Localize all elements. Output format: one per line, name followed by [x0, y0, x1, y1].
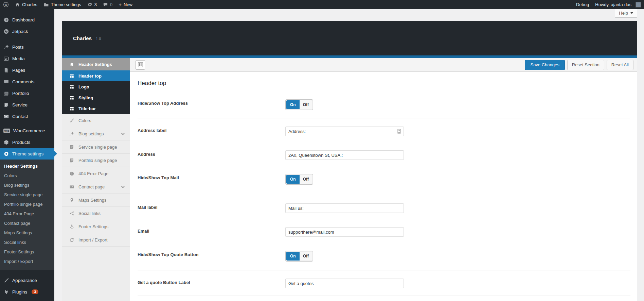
field-row-mail-label: Mail label	[130, 195, 637, 219]
nav-item-maps-settings[interactable]: Maps Settings	[62, 194, 130, 207]
field-row-hide-show-top-quote-button: Hide/Show Top Quote Button On Off	[130, 243, 637, 270]
plus-icon: +	[119, 0, 122, 9]
nav-item-styling[interactable]: Styling	[62, 92, 130, 103]
portfolio-icon	[3, 90, 9, 96]
gauge-icon	[3, 17, 9, 23]
plug-icon	[3, 289, 9, 295]
field-label: Hide/Show Top Mail	[138, 175, 179, 180]
autofill-contact-icon[interactable]	[396, 128, 402, 134]
jetpack-icon	[3, 29, 9, 34]
account-menu[interactable]: Howdy, ajanta-das	[592, 0, 644, 9]
nav-item-blog-settings[interactable]: Blog settings	[62, 127, 130, 140]
update-icon	[87, 2, 92, 7]
options-toolbar: Save Changes Reset Section Reset All	[130, 58, 637, 72]
sidebar-item-jetpack[interactable]: Jetpack	[0, 26, 54, 37]
switch-on-button[interactable]: On	[286, 100, 300, 109]
howdy-text: Howdy, ajanta-das	[595, 2, 631, 7]
field-row-address-label: Address label	[130, 118, 637, 142]
field-label: Get a quote Button Label	[138, 280, 190, 285]
field-row-get-a-quote-button-label: Get a quote Button Label	[130, 270, 637, 296]
submenu-404-error-page[interactable]: 404 Error Page	[0, 209, 54, 219]
submenu-portfilio-single-page[interactable]: Portfilio single page	[0, 200, 54, 209]
reset-all-button[interactable]: Reset All	[607, 60, 633, 70]
admin-bar-theme-settings[interactable]: Theme settings	[40, 0, 84, 9]
sidebar-item-appearance[interactable]: Appearance	[0, 274, 54, 286]
submenu-footer-settings[interactable]: Footer Settings	[0, 247, 54, 257]
sidebar-item-woocommerce[interactable]: wooWooCommerce	[0, 125, 54, 136]
email-input[interactable]	[285, 227, 404, 237]
field-label: Hide/Show Top Address	[138, 101, 188, 106]
switch-off-button[interactable]: Off	[300, 100, 312, 109]
submenu-colors[interactable]: Colors	[0, 171, 54, 181]
sidebar-item-products[interactable]: Products	[0, 136, 54, 148]
sidebar-item-comments[interactable]: Comments	[0, 76, 54, 87]
comment-icon	[3, 79, 9, 85]
submenu-service-single-page[interactable]: Service single page	[0, 190, 54, 200]
theme-version: 1.0	[96, 37, 101, 41]
banner-underline	[62, 55, 637, 58]
sidebar-item-pages[interactable]: Pages	[0, 64, 54, 76]
nav-item-header-settings[interactable]: Header Settings	[62, 58, 130, 70]
help-tab[interactable]: Help	[615, 9, 637, 18]
address-input[interactable]	[285, 150, 404, 160]
new-content-menu[interactable]: + New	[115, 0, 136, 9]
nav-item-portfilio-single-page[interactable]: Portfilio single page	[62, 154, 130, 167]
submenu-contact-page[interactable]: Contact page	[0, 219, 54, 228]
sidebar-item-dashboard[interactable]: Dashboard	[0, 14, 54, 26]
nav-item-404-error-page[interactable]: 404 Error Page	[62, 167, 130, 180]
switch-off-button[interactable]: Off	[300, 175, 312, 184]
expand-options-button[interactable]	[136, 60, 145, 70]
submenu-header-settings[interactable]: Header Settings	[0, 162, 54, 171]
brush-icon	[69, 118, 74, 123]
nav-item-colors[interactable]: Colors	[62, 114, 130, 127]
admin-sidebar: Dashboard Jetpack Posts Media Pages Comm…	[0, 9, 54, 301]
field-row-email: Email	[130, 219, 637, 243]
nav-item-footer-settings[interactable]: Footer Settings	[62, 220, 130, 233]
updates-link[interactable]: 3	[84, 0, 100, 9]
sidebar-item-media[interactable]: Media	[0, 53, 54, 64]
switch-off-button[interactable]: Off	[300, 252, 312, 261]
plugins-count-badge: 3	[32, 289, 38, 294]
sidebar-item-plugins[interactable]: Plugins3	[0, 286, 54, 298]
nav-item-logo[interactable]: Logo	[62, 81, 130, 92]
hide-show-top-mail-switch: On Off	[285, 174, 313, 185]
sidebar-item-portfolio[interactable]: Portfolio	[0, 87, 54, 99]
nav-item-import-export[interactable]: Import / Export	[62, 233, 130, 247]
pin-icon	[3, 44, 9, 50]
theme-settings-submenu: Header Settings Colors Blog settings Ser…	[0, 160, 54, 270]
reset-section-button[interactable]: Reset Section	[567, 60, 604, 70]
chevron-down-icon	[121, 185, 125, 188]
pages-icon	[3, 67, 9, 73]
comments-link[interactable]: 0	[100, 0, 115, 9]
admin-top-bar: Charles Theme settings 3 0 + New Debug H…	[0, 0, 644, 9]
submenu-blog-settings[interactable]: Blog settings	[0, 181, 54, 190]
quote-button-label-input[interactable]	[285, 279, 404, 288]
theme-options-nav: Header Settings Header top Logo Styling …	[62, 58, 130, 301]
debug-menu[interactable]: Debug	[573, 0, 592, 9]
submenu-maps-settings[interactable]: Maps Settings	[0, 228, 54, 238]
nav-item-title-bar[interactable]: Title-bar	[62, 103, 130, 114]
address-label-input[interactable]	[285, 127, 404, 136]
document-icon	[69, 145, 74, 150]
sidebar-item-posts[interactable]: Posts	[0, 41, 54, 53]
save-changes-button[interactable]: Save Changes	[525, 60, 565, 70]
wordpress-logo-menu[interactable]	[0, 0, 12, 9]
submenu-import-export[interactable]: Import / Export	[0, 257, 54, 266]
sidebar-item-theme-settings[interactable]: Theme settings	[0, 148, 54, 160]
nav-item-contact-page[interactable]: Contact page	[62, 180, 130, 194]
switch-on-button[interactable]: On	[286, 252, 300, 261]
woocommerce-icon: woo	[3, 129, 10, 133]
nav-item-header-top[interactable]: Header top	[62, 70, 130, 81]
sidebar-item-contact[interactable]: Contact	[0, 111, 54, 122]
nav-item-service-single-page[interactable]: Service single page	[62, 140, 130, 154]
anchor-icon	[69, 224, 74, 229]
switch-on-button[interactable]: On	[286, 175, 300, 184]
comment-count: 0	[110, 2, 112, 7]
mail-label-input[interactable]	[285, 203, 404, 213]
site-name-link[interactable]: Charles	[12, 0, 40, 9]
comment-icon	[103, 2, 108, 7]
sidebar-item-users[interactable]: Users	[0, 298, 54, 301]
nav-item-social-links[interactable]: Social links	[62, 207, 130, 220]
submenu-social-links[interactable]: Social links	[0, 238, 54, 247]
sidebar-item-service[interactable]: Service	[0, 99, 54, 111]
